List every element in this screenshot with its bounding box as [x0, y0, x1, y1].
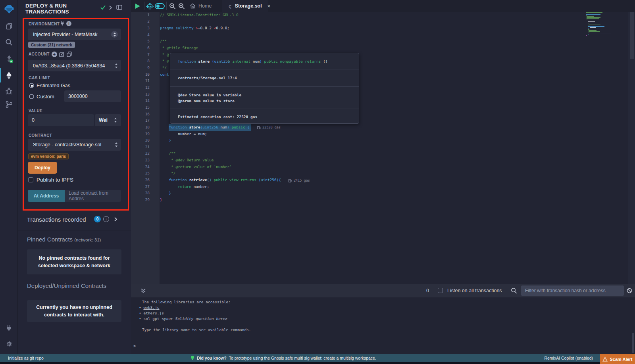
- account-select[interactable]: 0xA03...85ac4 (0.398673504934: [28, 60, 121, 71]
- search-icon[interactable]: [5, 38, 13, 46]
- git-icon[interactable]: [5, 100, 13, 109]
- terminal-top-bar: 0 Listen on all transactions Filter with…: [131, 284, 635, 297]
- estimated-gas-radio[interactable]: [29, 83, 34, 88]
- tooltip-location: contracts/Storage.sol 17:4: [170, 69, 359, 86]
- terminal-tx-count: 0: [426, 284, 429, 297]
- debugger-icon[interactable]: [5, 87, 13, 95]
- zoom-out-icon[interactable]: [169, 3, 176, 10]
- listen-transactions-label: Listen on all transactions: [447, 284, 502, 297]
- minimap-line: [586, 12, 602, 13]
- pinned-empty-box: No pinned contracts found for selected w…: [27, 249, 121, 274]
- close-tab-icon[interactable]: ×: [267, 3, 271, 9]
- minimap-line: [587, 18, 599, 19]
- terminal-prompt[interactable]: >: [133, 343, 136, 349]
- value-unit-select[interactable]: Wei: [95, 114, 121, 126]
- publish-ipfs-label: Publish to IPFS: [37, 177, 73, 183]
- line-number: 21: [131, 144, 150, 151]
- value-input[interactable]: 0: [28, 114, 94, 126]
- listen-transactions-checkbox[interactable]: [438, 288, 443, 293]
- line-number: 15: [131, 104, 150, 111]
- terminal-line: Type the library name to see available c…: [142, 327, 251, 333]
- gas-limit-label: GAS LIMIT: [29, 76, 50, 80]
- custom-gas-radio[interactable]: [29, 94, 34, 99]
- solidity-compiler-icon[interactable]: [5, 55, 13, 63]
- terminal-link[interactable]: web3.js: [143, 305, 159, 310]
- code-line: }: [160, 197, 281, 203]
- deployed-empty-box: Currently you have no unpinned contracts…: [27, 300, 121, 322]
- bottom-strip: [0, 362, 600, 364]
- deployed-contracts-title: Deployed/Unpinned Contracts: [27, 282, 106, 289]
- plugin-manager-icon[interactable]: [5, 324, 13, 332]
- lightbulb-icon: [190, 355, 194, 361]
- line-number: 22: [131, 150, 150, 157]
- terminal-line: • sol-gpt <your Solidity question here>: [139, 316, 227, 322]
- solidity-file-icon: ς: [229, 3, 232, 9]
- transactions-expand-icon[interactable]: [114, 217, 117, 222]
- side-panel: DEPLOY & RUN TRANSACTIONS ENVIRONMENT i …: [18, 0, 131, 354]
- copilot-toggle-icon[interactable]: [155, 3, 165, 9]
- line-number: 17: [131, 117, 150, 124]
- line-number: 3: [131, 25, 150, 32]
- line-number: 20: [131, 137, 150, 144]
- terminal-search-icon[interactable]: [511, 287, 517, 294]
- line-number: 14: [131, 98, 150, 104]
- line-number: 28: [131, 190, 150, 197]
- remix-logo-icon[interactable]: [3, 3, 15, 15]
- code-line: /**: [160, 150, 281, 157]
- panel-next-icon[interactable]: [109, 6, 112, 10]
- line-number: 4: [131, 32, 150, 38]
- run-script-icon[interactable]: [135, 3, 140, 9]
- at-address-button[interactable]: At Address: [28, 190, 65, 202]
- code-line: }: [160, 190, 281, 197]
- sign-message-icon[interactable]: [59, 52, 65, 57]
- code-line: return number;: [160, 184, 281, 190]
- terminal-scrollbar[interactable]: [632, 333, 634, 353]
- line-number: 6: [131, 45, 150, 52]
- transactions-count-badge: 0: [94, 216, 101, 222]
- select-arrows-icon: [115, 142, 118, 147]
- code-line: [160, 144, 281, 151]
- settings-gear-icon[interactable]: [5, 340, 13, 348]
- custom-gas-input[interactable]: 3000000: [64, 90, 121, 102]
- copilot-status[interactable]: RemixAI Copilot (enabled): [544, 354, 593, 362]
- select-arrows-icon: [111, 31, 118, 38]
- function-tooltip: function store (uint256 internal num) pu…: [170, 53, 359, 124]
- panel-title: DEPLOY & RUN TRANSACTIONS: [25, 3, 91, 15]
- line-number: 12: [131, 84, 150, 91]
- environment-info-icon[interactable]: i: [66, 21, 71, 26]
- file-explorer-icon[interactable]: [5, 22, 13, 31]
- transactions-info-icon[interactable]: i: [103, 216, 109, 222]
- terminal-line: • ethers.js: [139, 310, 164, 316]
- ai-copilot-robot-icon[interactable]: [146, 3, 154, 10]
- line-number: 9: [131, 65, 150, 71]
- line-number: 29: [131, 197, 150, 203]
- pinned-contracts-title: Pinned Contracts (network: 31): [27, 236, 101, 243]
- collapse-terminal-icon[interactable]: [140, 288, 146, 293]
- contract-select[interactable]: Storage - contracts/Storage.sol: [28, 139, 121, 151]
- code-line: }: [160, 137, 281, 144]
- tooltip-gas-cost: Estimated execution cost: 22520 gas: [170, 109, 359, 125]
- zoom-in-icon[interactable]: [178, 3, 185, 10]
- terminal-line: • web3.js: [139, 305, 160, 310]
- scam-alert-badge[interactable]: Scam Alert: [600, 354, 635, 364]
- git-init-status[interactable]: Initialize as git repo: [8, 354, 44, 362]
- clear-terminal-icon[interactable]: [627, 288, 632, 293]
- line-number: 8: [131, 58, 150, 65]
- deploy-button[interactable]: Deploy: [28, 162, 57, 174]
- environment-plug-icon[interactable]: [60, 21, 65, 26]
- terminal-filter-input[interactable]: Filter with transaction hash or address: [521, 285, 624, 296]
- tab-home[interactable]: Home: [190, 0, 219, 12]
- environment-select[interactable]: Injected Provider - MetaMask: [28, 29, 121, 40]
- copy-account-icon[interactable]: [67, 52, 72, 57]
- editor-scrollbar[interactable]: [630, 12, 634, 59]
- publish-ipfs-checkbox[interactable]: [28, 177, 33, 182]
- at-address-input[interactable]: Load contract from Addres: [65, 190, 121, 202]
- minimap-line: [586, 35, 587, 36]
- terminal-link[interactable]: ethers.js: [143, 311, 164, 315]
- transactions-recorded-label: Transactions recorded: [27, 216, 86, 223]
- tab-storage-sol[interactable]: ς Storage.sol ×: [222, 0, 268, 12]
- add-account-icon[interactable]: +: [52, 52, 57, 57]
- deploy-run-icon[interactable]: [5, 71, 13, 80]
- panel-pin-icon[interactable]: [116, 5, 122, 10]
- status-bar: Initialize as git repo Did you know? To …: [0, 354, 635, 362]
